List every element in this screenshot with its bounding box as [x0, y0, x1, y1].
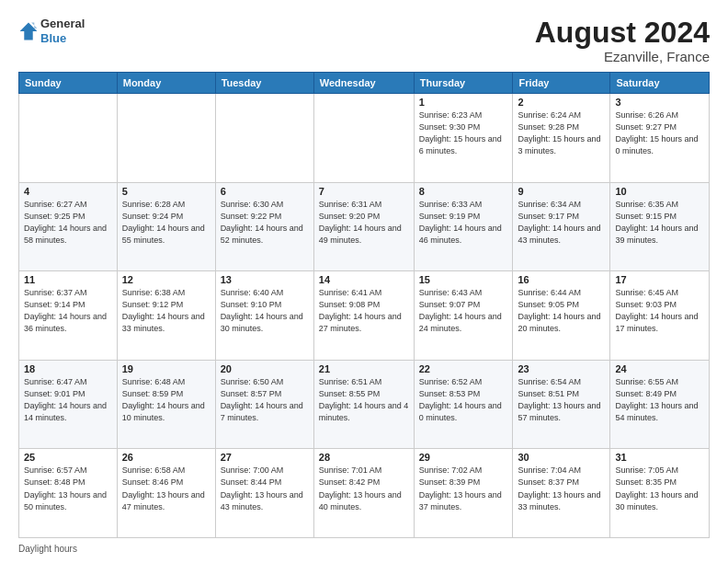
- calendar-week-2: 4Sunrise: 6:27 AM Sunset: 9:25 PM Daylig…: [19, 182, 710, 271]
- calendar-cell: 16Sunrise: 6:44 AM Sunset: 9:05 PM Dayli…: [513, 271, 610, 361]
- header: General Blue August 2024 Ezanville, Fran…: [18, 17, 710, 64]
- calendar-cell: 15Sunrise: 6:43 AM Sunset: 9:07 PM Dayli…: [414, 271, 513, 361]
- calendar-cell: 18Sunrise: 6:47 AM Sunset: 9:01 PM Dayli…: [19, 360, 118, 449]
- col-header-sunday: Sunday: [19, 73, 118, 94]
- calendar-cell: 24Sunrise: 6:55 AM Sunset: 8:49 PM Dayli…: [610, 360, 710, 449]
- day-number: 13: [221, 274, 309, 285]
- logo-icon: [18, 21, 39, 41]
- day-number: 11: [24, 274, 112, 285]
- day-number: 19: [122, 363, 210, 374]
- calendar-cell: 11Sunrise: 6:37 AM Sunset: 9:14 PM Dayli…: [19, 271, 118, 361]
- calendar-cell: 20Sunrise: 6:50 AM Sunset: 8:57 PM Dayli…: [215, 360, 313, 449]
- day-info: Sunrise: 6:23 AM Sunset: 9:30 PM Dayligh…: [419, 109, 508, 157]
- day-info: Sunrise: 6:50 AM Sunset: 8:57 PM Dayligh…: [221, 376, 309, 424]
- calendar-cell: 3Sunrise: 6:26 AM Sunset: 9:27 PM Daylig…: [610, 94, 710, 183]
- day-number: 18: [24, 363, 112, 374]
- title-block: August 2024 Ezanville, France: [535, 17, 710, 64]
- day-number: 2: [518, 97, 605, 108]
- col-header-saturday: Saturday: [610, 73, 710, 94]
- day-info: Sunrise: 6:52 AM Sunset: 8:53 PM Dayligh…: [419, 376, 508, 424]
- calendar-cell: 13Sunrise: 6:40 AM Sunset: 9:10 PM Dayli…: [215, 271, 313, 361]
- calendar-cell: 27Sunrise: 7:00 AM Sunset: 8:44 PM Dayli…: [215, 449, 313, 538]
- calendar-cell: 26Sunrise: 6:58 AM Sunset: 8:46 PM Dayli…: [117, 449, 215, 538]
- day-info: Sunrise: 6:26 AM Sunset: 9:27 PM Dayligh…: [615, 109, 704, 157]
- calendar-cell: 29Sunrise: 7:02 AM Sunset: 8:39 PM Dayli…: [414, 449, 513, 538]
- calendar-cell: 31Sunrise: 7:05 AM Sunset: 8:35 PM Dayli…: [610, 449, 710, 538]
- day-number: 27: [221, 452, 309, 463]
- day-number: 21: [319, 363, 409, 374]
- day-info: Sunrise: 6:43 AM Sunset: 9:07 PM Dayligh…: [419, 287, 508, 335]
- calendar-cell: 9Sunrise: 6:34 AM Sunset: 9:17 PM Daylig…: [513, 182, 610, 271]
- day-info: Sunrise: 7:04 AM Sunset: 8:37 PM Dayligh…: [518, 465, 605, 512]
- day-number: 14: [319, 274, 409, 285]
- calendar-cell: 5Sunrise: 6:28 AM Sunset: 9:24 PM Daylig…: [117, 182, 215, 271]
- day-info: Sunrise: 6:24 AM Sunset: 9:28 PM Dayligh…: [518, 109, 605, 157]
- day-number: 22: [419, 363, 508, 374]
- calendar-cell: [117, 94, 215, 183]
- month-year: August 2024: [535, 17, 710, 49]
- day-number: 6: [221, 186, 309, 197]
- day-number: 26: [122, 452, 210, 463]
- day-number: 10: [615, 186, 704, 197]
- calendar-week-4: 18Sunrise: 6:47 AM Sunset: 9:01 PM Dayli…: [19, 360, 710, 449]
- day-info: Sunrise: 6:54 AM Sunset: 8:51 PM Dayligh…: [518, 376, 605, 424]
- day-number: 9: [518, 186, 605, 197]
- day-info: Sunrise: 6:28 AM Sunset: 9:24 PM Dayligh…: [122, 199, 210, 247]
- day-info: Sunrise: 6:51 AM Sunset: 8:55 PM Dayligh…: [319, 376, 409, 424]
- logo-general: General: [40, 17, 85, 31]
- day-info: Sunrise: 6:41 AM Sunset: 9:08 PM Dayligh…: [319, 287, 409, 335]
- daylight-note: Daylight hours: [18, 544, 710, 554]
- calendar-cell: 10Sunrise: 6:35 AM Sunset: 9:15 PM Dayli…: [610, 182, 710, 271]
- logo-blue: Blue: [40, 31, 85, 46]
- calendar-cell: 21Sunrise: 6:51 AM Sunset: 8:55 PM Dayli…: [313, 360, 414, 449]
- day-number: 3: [615, 97, 704, 108]
- day-info: Sunrise: 6:38 AM Sunset: 9:12 PM Dayligh…: [122, 287, 210, 335]
- day-number: 20: [221, 363, 309, 374]
- day-info: Sunrise: 6:35 AM Sunset: 9:15 PM Dayligh…: [615, 199, 704, 247]
- calendar-cell: 7Sunrise: 6:31 AM Sunset: 9:20 PM Daylig…: [313, 182, 414, 271]
- day-info: Sunrise: 6:31 AM Sunset: 9:20 PM Dayligh…: [319, 199, 409, 247]
- day-number: 24: [615, 363, 704, 374]
- col-header-friday: Friday: [513, 73, 610, 94]
- calendar-cell: 17Sunrise: 6:45 AM Sunset: 9:03 PM Dayli…: [610, 271, 710, 361]
- day-info: Sunrise: 7:00 AM Sunset: 8:44 PM Dayligh…: [221, 465, 309, 512]
- logo-text: General Blue: [40, 17, 85, 45]
- day-number: 17: [615, 274, 704, 285]
- svg-marker-0: [20, 22, 38, 40]
- location: Ezanville, France: [535, 49, 710, 64]
- day-info: Sunrise: 7:05 AM Sunset: 8:35 PM Dayligh…: [615, 465, 704, 512]
- day-number: 16: [518, 274, 605, 285]
- day-info: Sunrise: 6:40 AM Sunset: 9:10 PM Dayligh…: [221, 287, 309, 335]
- day-info: Sunrise: 6:57 AM Sunset: 8:48 PM Dayligh…: [24, 465, 112, 512]
- day-info: Sunrise: 6:58 AM Sunset: 8:46 PM Dayligh…: [122, 465, 210, 512]
- calendar-cell: [313, 94, 414, 183]
- calendar-cell: 2Sunrise: 6:24 AM Sunset: 9:28 PM Daylig…: [513, 94, 610, 183]
- day-number: 7: [319, 186, 409, 197]
- page: General Blue August 2024 Ezanville, Fran…: [0, 0, 728, 563]
- calendar-cell: 14Sunrise: 6:41 AM Sunset: 9:08 PM Dayli…: [313, 271, 414, 361]
- day-number: 1: [419, 97, 508, 108]
- day-number: 29: [419, 452, 508, 463]
- day-number: 15: [419, 274, 508, 285]
- calendar-cell: [215, 94, 313, 183]
- calendar-cell: 30Sunrise: 7:04 AM Sunset: 8:37 PM Dayli…: [513, 449, 610, 538]
- logo: General Blue: [18, 17, 85, 45]
- day-info: Sunrise: 6:27 AM Sunset: 9:25 PM Dayligh…: [24, 199, 112, 247]
- calendar-week-5: 25Sunrise: 6:57 AM Sunset: 8:48 PM Dayli…: [19, 449, 710, 538]
- calendar-table: SundayMondayTuesdayWednesdayThursdayFrid…: [18, 72, 710, 538]
- day-info: Sunrise: 6:55 AM Sunset: 8:49 PM Dayligh…: [615, 376, 704, 424]
- calendar-cell: 28Sunrise: 7:01 AM Sunset: 8:42 PM Dayli…: [313, 449, 414, 538]
- calendar-cell: 25Sunrise: 6:57 AM Sunset: 8:48 PM Dayli…: [19, 449, 118, 538]
- calendar-cell: 23Sunrise: 6:54 AM Sunset: 8:51 PM Dayli…: [513, 360, 610, 449]
- day-number: 25: [24, 452, 112, 463]
- col-header-monday: Monday: [117, 73, 215, 94]
- col-header-tuesday: Tuesday: [215, 73, 313, 94]
- calendar-header-row: SundayMondayTuesdayWednesdayThursdayFrid…: [19, 73, 710, 94]
- calendar-week-1: 1Sunrise: 6:23 AM Sunset: 9:30 PM Daylig…: [19, 94, 710, 183]
- calendar-cell: 4Sunrise: 6:27 AM Sunset: 9:25 PM Daylig…: [19, 182, 118, 271]
- day-number: 31: [615, 452, 704, 463]
- day-number: 30: [518, 452, 605, 463]
- calendar-cell: [19, 94, 118, 183]
- day-number: 23: [518, 363, 605, 374]
- day-number: 28: [319, 452, 409, 463]
